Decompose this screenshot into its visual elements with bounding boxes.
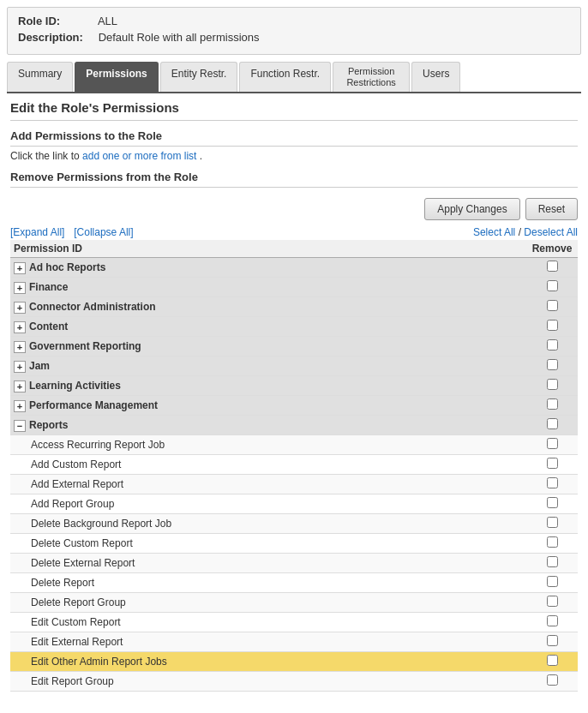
table-row: Add External Report <box>10 475 578 494</box>
add-section-title: Add Permissions to the Role <box>10 129 578 147</box>
permission-remove-checkbox[interactable] <box>547 536 558 548</box>
table-row-group: +Performance Management <box>10 396 578 416</box>
permission-remove-checkbox[interactable] <box>547 458 558 469</box>
permission-remove-cell <box>526 632 578 652</box>
permission-remove-checkbox[interactable] <box>547 615 558 626</box>
remove-section-title: Remove Permissions from the Role <box>10 171 578 188</box>
table-row: Delete Report <box>10 573 578 593</box>
table-row-group: +Finance <box>10 278 578 297</box>
tab-summary[interactable]: Summary <box>7 62 73 92</box>
group-label: Content <box>29 321 68 333</box>
permission-name: Delete Report Group <box>10 593 526 613</box>
deselect-all-link[interactable]: Deselect All <box>524 226 578 238</box>
permission-name: Delete Background Report Job <box>10 514 526 534</box>
permission-remove-cell <box>526 573 578 593</box>
table-row: Add Report Group <box>10 494 578 514</box>
table-row-group: −Reports <box>10 416 578 435</box>
role-id-value: ALL <box>98 15 117 27</box>
expand-icon[interactable]: + <box>14 380 26 392</box>
group-remove-checkbox[interactable] <box>547 339 558 351</box>
page-title: Edit the Role's Permissions <box>10 100 578 121</box>
role-header: Role ID: ALL Description: Default Role w… <box>7 7 581 55</box>
permission-remove-cell <box>526 652 578 672</box>
permission-remove-checkbox[interactable] <box>547 635 558 646</box>
group-name: +Government Reporting <box>10 337 526 356</box>
apply-changes-button[interactable]: Apply Changes <box>424 198 519 220</box>
permission-name: Add External Report <box>10 475 526 494</box>
permission-remove-cell <box>526 554 578 573</box>
permission-remove-checkbox[interactable] <box>547 438 558 449</box>
group-remove-checkbox[interactable] <box>547 320 558 331</box>
permission-remove-checkbox[interactable] <box>547 497 558 508</box>
col-header-permission-id: Permission ID <box>10 240 526 258</box>
add-suffix: . <box>200 150 202 162</box>
select-all-link[interactable]: Select All <box>473 226 515 238</box>
tab-permission-restrictions[interactable]: Permission Restrictions <box>333 62 410 92</box>
expand-icon[interactable]: + <box>14 302 26 314</box>
collapse-icon[interactable]: − <box>14 420 26 432</box>
expand-icon[interactable]: + <box>14 321 26 333</box>
table-row-group: +Content <box>10 317 578 337</box>
permission-remove-cell <box>526 534 578 554</box>
group-remove-checkbox[interactable] <box>547 418 558 429</box>
description-label: Description: <box>18 31 95 44</box>
permission-name: Edit Custom Report <box>10 613 526 632</box>
expand-all-link[interactable]: [Expand All] <box>10 226 64 238</box>
table-row-group: +Government Reporting <box>10 337 578 356</box>
group-label: Performance Management <box>29 399 158 411</box>
page-content: Edit the Role's Permissions Add Permissi… <box>0 93 588 698</box>
permission-name: Delete Custom Report <box>10 534 526 554</box>
group-remove-checkbox[interactable] <box>547 359 558 370</box>
add-link-row: Click the link to add one or more from l… <box>10 150 578 162</box>
permission-remove-checkbox[interactable] <box>547 674 558 686</box>
table-row-group: +Jam <box>10 356 578 376</box>
collapse-all-link[interactable]: [Collapse All] <box>74 226 133 238</box>
group-remove-checkbox[interactable] <box>547 261 558 272</box>
table-row: Delete Background Report Job <box>10 514 578 534</box>
group-remove-checkbox[interactable] <box>547 398 558 410</box>
expand-icon[interactable]: + <box>14 361 26 373</box>
permission-remove-checkbox[interactable] <box>547 477 558 488</box>
permission-name: Delete External Report <box>10 554 526 573</box>
tab-entity-restr[interactable]: Entity Restr. <box>160 62 238 92</box>
table-row: Delete External Report <box>10 554 578 573</box>
group-remove-checkbox[interactable] <box>547 300 558 311</box>
reset-button[interactable]: Reset <box>525 198 578 220</box>
table-row-group: +Ad hoc Reports <box>10 258 578 278</box>
permission-remove-checkbox[interactable] <box>547 655 558 666</box>
table-row: Edit Report Group <box>10 672 578 692</box>
table-row: Edit Custom Report <box>10 613 578 632</box>
add-from-list-link[interactable]: add one or more from list <box>82 150 196 162</box>
description-value: Default Role with all permissions <box>99 31 260 44</box>
group-label: Reports <box>29 419 68 431</box>
group-name: +Connector Administration <box>10 297 526 317</box>
tab-users[interactable]: Users <box>411 62 460 92</box>
table-row: Edit External Report <box>10 632 578 652</box>
expand-icon[interactable]: + <box>14 400 26 412</box>
tab-permissions[interactable]: Permissions <box>75 62 158 92</box>
group-label: Learning Activities <box>29 380 121 392</box>
expand-icon[interactable]: + <box>14 262 26 274</box>
role-id-row: Role ID: ALL <box>18 15 570 27</box>
table-row-group: +Connector Administration <box>10 297 578 317</box>
permission-name: Access Recurring Report Job <box>10 435 526 455</box>
group-remove-checkbox[interactable] <box>547 280 558 291</box>
permission-remove-checkbox[interactable] <box>547 556 558 567</box>
permission-name: Delete Report <box>10 573 526 593</box>
expand-icon[interactable]: + <box>14 341 26 353</box>
group-remove-cell <box>526 278 578 297</box>
permission-remove-checkbox[interactable] <box>547 576 558 587</box>
group-label: Finance <box>29 281 68 293</box>
permission-remove-checkbox[interactable] <box>547 596 558 607</box>
table-header-row: Permission ID Remove <box>10 240 578 258</box>
group-remove-checkbox[interactable] <box>547 379 558 390</box>
permission-remove-cell <box>526 613 578 632</box>
expand-icon[interactable]: + <box>14 282 26 294</box>
group-name: +Ad hoc Reports <box>10 258 526 278</box>
permission-remove-checkbox[interactable] <box>547 517 558 528</box>
group-remove-cell <box>526 416 578 435</box>
select-controls: Select All / Deselect All <box>473 226 578 238</box>
table-row: Delete Custom Report <box>10 534 578 554</box>
tab-function-restr[interactable]: Function Restr. <box>239 62 331 92</box>
group-name: −Reports <box>10 416 526 435</box>
